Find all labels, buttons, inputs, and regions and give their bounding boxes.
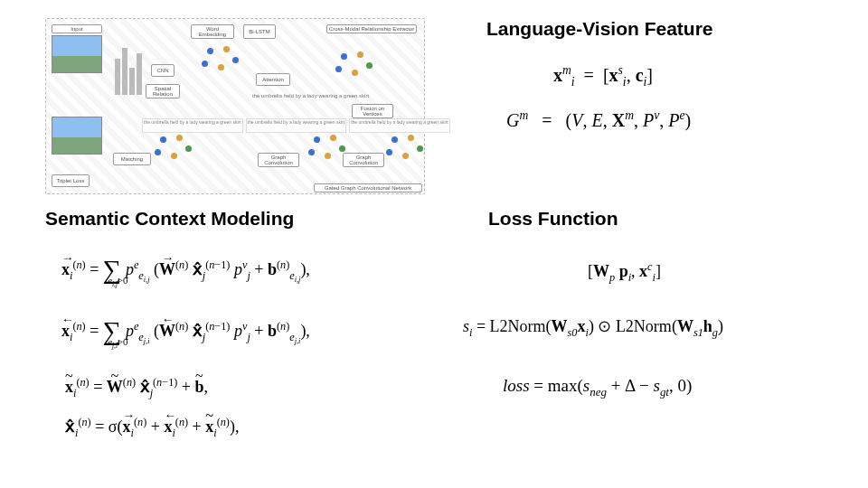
graph-nodes <box>151 133 205 178</box>
formula-triplet-loss: loss = max(sneg + Δ − sgt, 0) <box>503 376 692 399</box>
heading-loss-function: Loss Function <box>488 208 618 230</box>
module-triplet: Triplet Loss <box>52 174 90 187</box>
formula-aggregate: x̂i(n) = σ(xi(n) + xi(n) + xi(n)), <box>65 416 239 440</box>
phrase-chip: the umbrella held by a lady wearing a gr… <box>349 118 450 133</box>
module-gcn-caption: Gated Graph Convolutional Network <box>314 183 422 192</box>
input-image-thumb <box>52 117 102 155</box>
heading-language-vision: Language-Vision Feature <box>486 18 713 40</box>
phrase-chip: the umbrella held by a lady wearing a gr… <box>142 118 243 133</box>
formula-x-m-i: xmi = [xsi, ci] <box>553 63 653 89</box>
formula-G-m: Gm = (V, E, Xm, Pv, Pe) <box>506 108 691 131</box>
graph-nodes <box>332 50 386 95</box>
module-spatial: Spatial Relation <box>146 84 180 99</box>
module-word-embedding: Word Embedding <box>191 24 234 39</box>
module-fusion: Fusion on Vertices <box>352 104 393 118</box>
module-matching: Matching <box>113 153 151 165</box>
formula-self-loop: xi(n) = W(n) x̂j(n−1) + b, <box>65 376 208 400</box>
graph-nodes <box>305 133 359 178</box>
module-cnn: CNN <box>151 64 175 77</box>
module-attention: Attention <box>256 73 290 86</box>
architecture-diagram: Input Word Embedding Bi-LSTM CNN Spatial… <box>45 18 425 194</box>
module-extractor: Cross-Modal Relationship Extractor <box>326 24 417 33</box>
heading-semantic-context: Semantic Context Modeling <box>45 208 294 230</box>
region-proposal-bars <box>115 41 146 95</box>
phrase-variants-row: the umbrella held by a lady wearing a gr… <box>142 118 323 133</box>
formula-concat-feature: [Wp pi, xci] <box>588 260 661 285</box>
graph-nodes <box>382 133 437 178</box>
input-image-thumb <box>52 35 102 73</box>
graph-nodes <box>198 44 252 89</box>
module-graph-conv: Graph Convolution <box>258 153 299 167</box>
formula-forward-message: xi(n) = ∑ei,j>0 peei,j (W(n) x̂j(n−1) pv… <box>61 251 310 284</box>
formula-backward-message: xi(n) = ∑ej,i>0 peej,i (W(n) x̂j(n−1) pv… <box>61 313 310 345</box>
module-bilstm: Bi-LSTM <box>243 24 276 39</box>
formula-similarity: si = L2Norm(Ws0xi) ⊙ L2Norm(Ws1hg) <box>463 316 723 340</box>
module-input: Input <box>52 24 102 33</box>
phrase-chip: the umbrella held by a lady wearing a gr… <box>246 118 347 133</box>
